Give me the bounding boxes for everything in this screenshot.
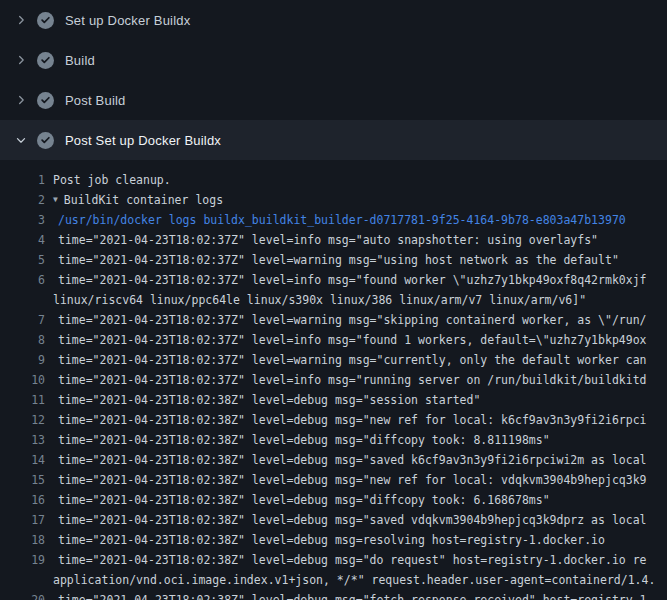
line-number[interactable]: 16 (0, 490, 45, 510)
line-number[interactable]: 17 (0, 510, 45, 530)
log-line-text: time="2021-04-23T18:02:38Z" level=debug … (58, 410, 647, 430)
log-row: 17 time="2021-04-23T18:02:38Z" level=deb… (0, 510, 667, 530)
line-number[interactable]: 10 (0, 370, 45, 390)
log-line-text: time="2021-04-23T18:02:38Z" level=debug … (58, 510, 647, 530)
step-label: Post Set up Docker Buildx (65, 133, 221, 148)
log-line-text: time="2021-04-23T18:02:37Z" level=warnin… (58, 350, 647, 370)
log-line-text: time="2021-04-23T18:02:37Z" level=info m… (58, 230, 598, 250)
log-line-text: time="2021-04-23T18:02:38Z" level=debug … (58, 470, 647, 490)
log-row: 20 time="2021-04-23T18:02:38Z" level=deb… (0, 590, 667, 600)
line-number[interactable]: 14 (0, 450, 45, 470)
log-line-text: time="2021-04-23T18:02:37Z" level=warnin… (58, 310, 647, 330)
step-header-3[interactable]: Post Set up Docker Buildx (0, 120, 667, 160)
step-label: Set up Docker Buildx (65, 13, 190, 28)
line-number[interactable]: 1 (0, 170, 45, 190)
check-circle-icon (37, 12, 54, 29)
line-number[interactable]: 15 (0, 470, 45, 490)
log-line-text: /usr/bin/docker logs buildx_buildkit_bui… (58, 210, 626, 230)
log-line-text: Post job cleanup. (53, 170, 171, 190)
line-number[interactable]: 3 (0, 210, 45, 230)
line-number[interactable]: 9 (0, 350, 45, 370)
line-number[interactable]: 8 (0, 330, 45, 350)
log-line-text: time="2021-04-23T18:02:37Z" level=info m… (58, 370, 647, 390)
disclosure-triangle-icon[interactable]: ▼ (53, 190, 58, 210)
step-list: Set up Docker Buildx Build (0, 0, 667, 160)
log-row: 11 time="2021-04-23T18:02:38Z" level=deb… (0, 390, 667, 410)
line-number[interactable]: 4 (0, 230, 45, 250)
log-row: 12 time="2021-04-23T18:02:38Z" level=deb… (0, 410, 667, 430)
log-row: 2 ▼ BuildKit container logs (0, 190, 667, 210)
line-number[interactable]: 2 (0, 190, 45, 210)
line-number[interactable]: 6 (0, 270, 45, 290)
log-line-text: time="2021-04-23T18:02:38Z" level=debug … (58, 590, 647, 600)
line-number[interactable]: 13 (0, 430, 45, 450)
log-row: 7 time="2021-04-23T18:02:37Z" level=warn… (0, 310, 667, 330)
step-header-2[interactable]: Post Build (0, 80, 667, 120)
line-number[interactable]: 19 (0, 550, 45, 570)
log-row: 10 time="2021-04-23T18:02:37Z" level=inf… (0, 370, 667, 390)
chevron-right-icon[interactable] (13, 12, 29, 28)
log-row: 8 time="2021-04-23T18:02:37Z" level=info… (0, 330, 667, 350)
log-row: 4 time="2021-04-23T18:02:37Z" level=info… (0, 230, 667, 250)
log-line-text: time="2021-04-23T18:02:37Z" level=warnin… (58, 250, 619, 270)
check-circle-icon (37, 92, 54, 109)
log-row: 15 time="2021-04-23T18:02:38Z" level=deb… (0, 470, 667, 490)
step-header-1[interactable]: Build (0, 40, 667, 80)
log-row: 18 time="2021-04-23T18:02:38Z" level=deb… (0, 530, 667, 550)
log-row: 19 time="2021-04-23T18:02:38Z" level=deb… (0, 550, 667, 570)
line-number[interactable]: 12 (0, 410, 45, 430)
chevron-right-icon[interactable] (13, 92, 29, 108)
line-number[interactable]: 11 (0, 390, 45, 410)
log-line-text: time="2021-04-23T18:02:38Z" level=debug … (58, 550, 647, 570)
step-label: Post Build (65, 93, 126, 108)
line-number[interactable]: 18 (0, 530, 45, 550)
log-line-text: time="2021-04-23T18:02:38Z" level=debug … (58, 450, 647, 470)
chevron-down-icon[interactable] (13, 132, 29, 148)
log-row: 6 time="2021-04-23T18:02:37Z" level=info… (0, 270, 667, 290)
log-row: 9 time="2021-04-23T18:02:37Z" level=warn… (0, 350, 667, 370)
log-row: 16 time="2021-04-23T18:02:38Z" level=deb… (0, 490, 667, 510)
check-circle-icon (37, 132, 54, 149)
step-label: Build (65, 53, 95, 68)
log-line-text: time="2021-04-23T18:02:38Z" level=debug … (58, 390, 480, 410)
log-row: application/vnd.oci.image.index.v1+json,… (0, 570, 667, 590)
step-header-0[interactable]: Set up Docker Buildx (0, 0, 667, 40)
log-row: 13 time="2021-04-23T18:02:38Z" level=deb… (0, 430, 667, 450)
log-line-text: time="2021-04-23T18:02:38Z" level=debug … (58, 490, 550, 510)
log-line-text: time="2021-04-23T18:02:37Z" level=info m… (58, 270, 647, 290)
log-line-text: time="2021-04-23T18:02:37Z" level=info m… (58, 330, 647, 350)
log-row: 5 time="2021-04-23T18:02:37Z" level=warn… (0, 250, 667, 270)
log-line-text: application/vnd.oci.image.index.v1+json,… (53, 570, 655, 590)
line-number[interactable]: 5 (0, 250, 45, 270)
check-circle-icon (37, 52, 54, 69)
line-number[interactable]: 20 (0, 590, 45, 600)
log-row: 1 Post job cleanup. (0, 170, 667, 190)
log-area: 1 Post job cleanup. 2 ▼ BuildKit contain… (0, 160, 667, 600)
line-number[interactable]: 7 (0, 310, 45, 330)
actions-log-viewer: Set up Docker Buildx Build (0, 0, 667, 600)
log-line-text: time="2021-04-23T18:02:38Z" level=debug … (58, 430, 550, 450)
log-line-text: linux/riscv64 linux/ppc64le linux/s390x … (53, 290, 586, 310)
log-row: 3 /usr/bin/docker logs buildx_buildkit_b… (0, 210, 667, 230)
log-line-text: time="2021-04-23T18:02:38Z" level=debug … (58, 530, 605, 550)
log-row: linux/riscv64 linux/ppc64le linux/s390x … (0, 290, 667, 310)
log-row: 14 time="2021-04-23T18:02:38Z" level=deb… (0, 450, 667, 470)
log-line-text: BuildKit container logs (64, 190, 223, 210)
chevron-right-icon[interactable] (13, 52, 29, 68)
